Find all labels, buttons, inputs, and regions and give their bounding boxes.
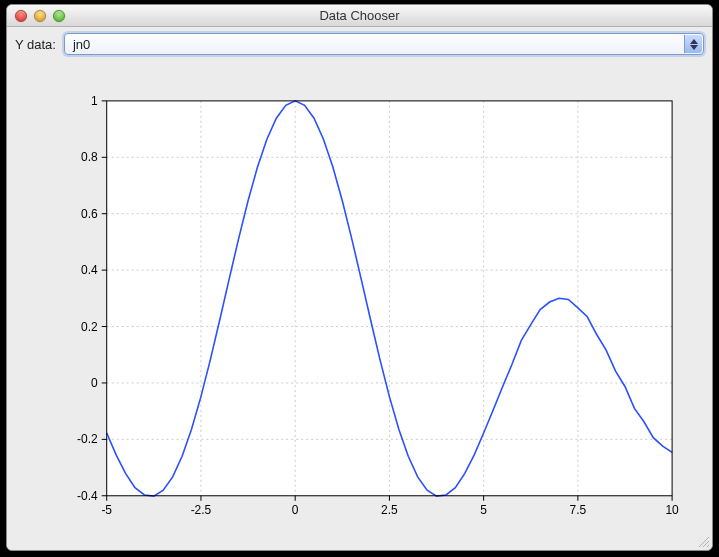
svg-line-45 (707, 545, 709, 547)
app-window: Data Chooser Y data: jn0 -5-2.502.557.51… (6, 4, 713, 551)
svg-text:1: 1 (91, 94, 98, 108)
ydata-value: jn0 (73, 37, 90, 52)
ydata-combobox[interactable]: jn0 (64, 33, 704, 55)
combobox-arrows-icon (684, 35, 702, 53)
svg-text:0.2: 0.2 (81, 320, 98, 334)
plot-area: -5-2.502.557.510-0.4-0.200.20.40.60.81 (7, 61, 712, 550)
svg-text:0.6: 0.6 (81, 207, 98, 221)
svg-text:10: 10 (665, 503, 679, 517)
svg-text:-0.4: -0.4 (77, 489, 98, 503)
svg-text:0: 0 (91, 376, 98, 390)
close-icon[interactable] (15, 10, 27, 22)
svg-text:0.4: 0.4 (81, 263, 98, 277)
resize-grip-icon[interactable] (696, 534, 710, 548)
svg-text:-2.5: -2.5 (191, 503, 212, 517)
toolbar: Y data: jn0 (7, 27, 712, 61)
svg-text:-0.2: -0.2 (77, 432, 98, 446)
svg-text:-5: -5 (101, 503, 112, 517)
ydata-label: Y data: (15, 37, 56, 52)
zoom-icon[interactable] (53, 10, 65, 22)
titlebar: Data Chooser (7, 5, 712, 27)
svg-text:2.5: 2.5 (381, 503, 398, 517)
window-controls (7, 10, 65, 22)
svg-text:0.8: 0.8 (81, 150, 98, 164)
window-title: Data Chooser (7, 8, 712, 23)
svg-text:0: 0 (292, 503, 299, 517)
svg-text:5: 5 (480, 503, 487, 517)
minimize-icon[interactable] (34, 10, 46, 22)
chart: -5-2.502.557.510-0.4-0.200.20.40.60.81 (7, 61, 712, 551)
svg-text:7.5: 7.5 (570, 503, 587, 517)
